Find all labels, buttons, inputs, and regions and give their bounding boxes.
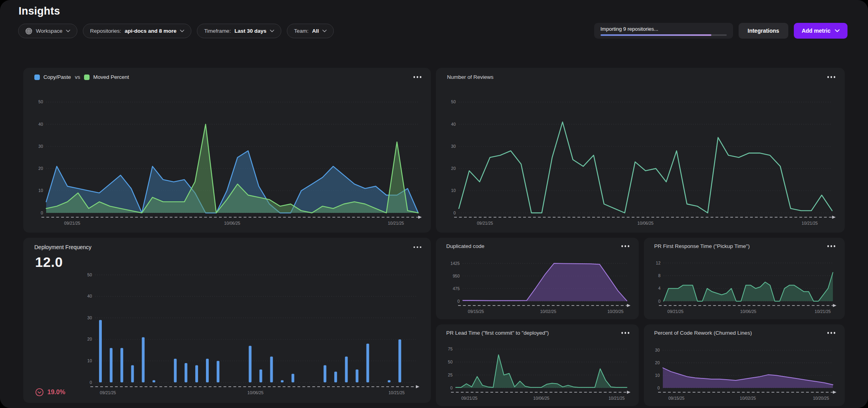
svg-text:10/06/25: 10/06/25 (224, 221, 240, 225)
trend-down-icon (35, 388, 44, 397)
team-filter[interactable]: Team: All (287, 24, 334, 38)
svg-text:10/02/25: 10/02/25 (740, 396, 756, 401)
svg-text:0: 0 (658, 299, 660, 304)
import-status-text: Importing 9 repositories... (600, 26, 727, 32)
integrations-button[interactable]: Integrations (739, 23, 788, 39)
more-menu-icon[interactable] (413, 74, 423, 80)
svg-text:50: 50 (448, 360, 453, 364)
timeframe-filter-label: Timeframe: (204, 28, 231, 34)
legend-label-moved-percent: Moved Percent (93, 74, 129, 80)
svg-text:10/02/25: 10/02/25 (540, 309, 556, 314)
card-title: Deployment Frequency (34, 244, 92, 250)
svg-text:8: 8 (658, 273, 660, 278)
svg-text:10: 10 (87, 358, 92, 363)
svg-text:0: 0 (90, 380, 92, 385)
card-number-of-reviews: Number of Reviews 0102030405009/21/2510/… (436, 68, 845, 233)
more-menu-icon[interactable] (621, 330, 630, 336)
card-title: PR First Response Time ("Pickup Time") (654, 243, 750, 249)
svg-text:10/21/25: 10/21/25 (388, 221, 404, 225)
svg-text:12: 12 (656, 261, 660, 265)
workspace-filter-label: Workspace (36, 28, 62, 34)
duplicated-code-chart-canvas: 0475950142509/15/2510/02/2510/20/25 (439, 254, 635, 319)
timeframe-filter[interactable]: Timeframe: Last 30 days (197, 24, 281, 38)
chevron-down-icon (322, 30, 327, 32)
svg-text:20: 20 (655, 360, 660, 365)
svg-text:10: 10 (451, 188, 456, 193)
more-menu-icon[interactable] (621, 243, 630, 249)
svg-text:40: 40 (38, 122, 43, 127)
more-menu-icon[interactable] (827, 74, 836, 80)
svg-text:09/21/25: 09/21/25 (668, 309, 684, 314)
svg-text:75: 75 (448, 347, 453, 351)
legend-separator: vs (75, 74, 80, 80)
svg-text:1425: 1425 (451, 261, 460, 266)
svg-text:10/21/25: 10/21/25 (609, 396, 625, 401)
percent-code-rework-chart-canvas: 010203009/15/2510/02/2510/20/25 (647, 341, 841, 405)
svg-text:10/20/25: 10/20/25 (607, 309, 623, 314)
svg-text:0: 0 (41, 211, 43, 215)
more-menu-icon[interactable] (827, 330, 836, 336)
chevron-down-icon (270, 30, 274, 32)
svg-text:10/06/25: 10/06/25 (638, 221, 654, 225)
svg-text:10/06/25: 10/06/25 (533, 396, 550, 401)
svg-text:20: 20 (38, 166, 43, 171)
repositories-filter[interactable]: Repositories: api-docs and 8 more (83, 24, 191, 38)
svg-text:09/21/25: 09/21/25 (461, 396, 477, 401)
deployment-frequency-value: 12.0 (35, 254, 63, 270)
chevron-down-icon (835, 29, 840, 32)
pr-first-response-chart-canvas: 0481209/21/2510/06/2510/21/25 (647, 254, 841, 319)
workspace-icon (25, 28, 32, 35)
svg-text:4: 4 (658, 286, 660, 291)
svg-text:0: 0 (450, 386, 453, 390)
repositories-filter-value: api-docs and 8 more (125, 28, 176, 34)
svg-text:475: 475 (453, 286, 460, 291)
card-pr-first-response-time: PR First Response Time ("Pickup Time") 0… (644, 238, 845, 319)
svg-text:10/21/25: 10/21/25 (802, 221, 818, 225)
svg-text:40: 40 (87, 294, 92, 298)
svg-text:0: 0 (457, 299, 460, 304)
svg-text:10/21/25: 10/21/25 (815, 309, 831, 314)
svg-text:30: 30 (655, 348, 660, 352)
copy-paste-moved-chart-canvas: 0102030405009/21/2510/06/2510/21/25 (29, 90, 426, 230)
svg-text:10: 10 (38, 188, 43, 193)
svg-text:10: 10 (655, 373, 660, 378)
card-title: PR Lead Time ("first commit" to "deploye… (446, 330, 549, 336)
import-progress-fill (600, 34, 712, 36)
svg-text:30: 30 (451, 144, 456, 149)
card-title: Duplicated code (446, 243, 485, 249)
legend-swatch-copy-paste (34, 75, 40, 80)
team-filter-value: All (312, 28, 319, 34)
legend-swatch-moved-percent (84, 75, 90, 80)
svg-text:0: 0 (657, 386, 660, 390)
team-filter-label: Team: (294, 28, 309, 34)
svg-text:09/21/25: 09/21/25 (100, 390, 116, 395)
more-menu-icon[interactable] (827, 243, 836, 249)
card-title: Percent of Code Rework (Churned Lines) (654, 330, 752, 336)
card-percent-code-rework: Percent of Code Rework (Churned Lines) 0… (644, 324, 845, 406)
svg-text:10/06/25: 10/06/25 (247, 390, 264, 395)
import-status-card: Importing 9 repositories... (594, 23, 733, 39)
chart-legend: Copy/Paste vs Moved Percent (34, 74, 129, 80)
deployment-frequency-chart-canvas: 0102030405009/21/2510/06/2510/21/25 (78, 263, 424, 400)
svg-text:50: 50 (451, 99, 456, 104)
svg-text:09/15/25: 09/15/25 (668, 396, 685, 401)
trend-value: 19.0% (47, 389, 65, 396)
svg-text:10/21/25: 10/21/25 (389, 390, 405, 395)
import-progress-bar (600, 34, 727, 36)
add-metric-label: Add metric (802, 28, 831, 34)
add-metric-button[interactable]: Add metric (794, 23, 847, 39)
workspace-filter[interactable]: Workspace (18, 24, 77, 38)
card-title: Number of Reviews (447, 74, 494, 80)
card-copy-paste-vs-moved: Copy/Paste vs Moved Percent 010203040500… (23, 68, 431, 233)
chevron-down-icon (66, 30, 70, 32)
svg-text:40: 40 (451, 122, 456, 127)
header-actions: Importing 9 repositories... Integrations… (594, 23, 847, 39)
svg-text:10/06/25: 10/06/25 (740, 309, 756, 314)
svg-text:25: 25 (448, 373, 453, 377)
more-menu-icon[interactable] (413, 244, 423, 250)
svg-text:30: 30 (87, 315, 92, 320)
card-deployment-frequency: Deployment Frequency 12.0 0102030405009/… (23, 238, 431, 403)
svg-text:09/15/25: 09/15/25 (468, 309, 484, 314)
timeframe-filter-value: Last 30 days (234, 28, 266, 34)
page-title: Insights (19, 5, 60, 17)
